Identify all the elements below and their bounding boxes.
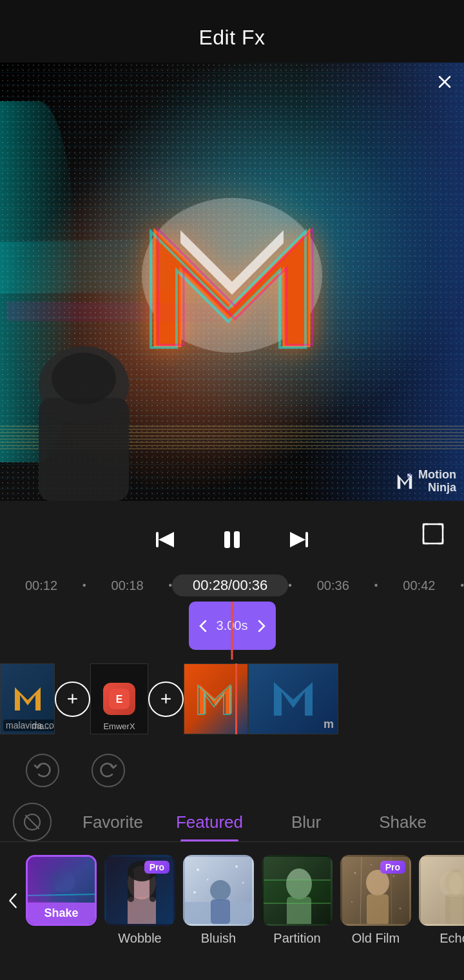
svg-point-41 [210, 880, 231, 901]
svg-point-61 [400, 908, 401, 910]
fx-thumb-shake[interactable]: Shake [26, 855, 97, 926]
chevron-right-icon [254, 618, 269, 634]
fx-thumb-oldfilm[interactable]: Pro [340, 855, 411, 926]
clip-thumb-1[interactable]: malavida.com ma... [0, 663, 55, 734]
play-pause-button[interactable] [218, 525, 246, 554]
svg-point-55 [366, 870, 389, 896]
clip-row: malavida.com ma... + E EmwerX + [0, 663, 464, 734]
svg-rect-15 [224, 531, 230, 548]
fx-tab-favorite-label: Favorite [82, 812, 143, 832]
fx-tab-shake-label: Shake [379, 812, 427, 832]
none-icon [23, 813, 41, 831]
svg-point-60 [351, 901, 353, 903]
fx-thumb-bluish[interactable] [183, 855, 254, 926]
svg-line-27 [26, 816, 39, 828]
svg-point-57 [354, 872, 356, 874]
oldfilm-label: Old Film [352, 931, 400, 946]
gallery-left-arrow[interactable] [0, 891, 26, 910]
svg-rect-70 [440, 896, 462, 926]
fx-thumb-echo[interactable] [419, 855, 464, 926]
skip-back-button[interactable] [151, 525, 179, 554]
svg-rect-42 [211, 899, 230, 924]
svg-text:E: E [116, 694, 123, 705]
add-clip-button-1[interactable]: + [55, 681, 90, 717]
fx-item-echo[interactable]: Echo [419, 855, 464, 946]
header: Edit Fx [0, 0, 464, 63]
fullscreen-icon [421, 522, 445, 545]
clip-thumb-3[interactable] [184, 663, 248, 734]
fx-item-shake[interactable]: Shake [26, 855, 97, 946]
add-clip-button-2[interactable]: + [148, 681, 184, 717]
clip1-initials: ma... [32, 721, 52, 731]
bluish-label: Bluish [201, 931, 236, 946]
undo-redo-row [0, 734, 464, 803]
gallery-prev-icon [4, 891, 22, 910]
svg-point-46 [242, 882, 244, 884]
effect-strip-container: 3.00s [0, 602, 464, 660]
video-canvas: Motion Ninja [0, 63, 464, 501]
clip1-logo-icon [12, 685, 44, 713]
shake-selected-label: Shake [28, 903, 95, 924]
svg-marker-14 [159, 532, 174, 547]
clip-playhead [235, 663, 237, 734]
fx-tab-blur[interactable]: Blur [258, 803, 354, 841]
close-icon [437, 74, 452, 90]
undo-icon [34, 761, 52, 779]
svg-point-58 [371, 864, 372, 865]
svg-rect-38 [150, 870, 156, 902]
svg-marker-20 [15, 687, 41, 710]
fx-tab-featured[interactable]: Featured [161, 803, 258, 841]
fx-item-oldfilm[interactable]: Pro Old Film [340, 855, 411, 946]
fx-tab-shake[interactable]: Shake [354, 803, 451, 841]
svg-point-44 [235, 865, 238, 868]
fx-item-bluish[interactable]: Bluish [183, 855, 254, 946]
close-button[interactable] [434, 72, 455, 92]
effect-strip-right-arrow[interactable] [251, 616, 272, 636]
svg-point-47 [193, 891, 196, 894]
svg-rect-56 [367, 894, 389, 925]
pause-icon [220, 528, 244, 551]
clip-thumb-4[interactable]: m [248, 663, 338, 734]
fullscreen-button[interactable] [421, 522, 445, 548]
svg-rect-17 [305, 532, 308, 547]
svg-rect-19 [423, 524, 443, 544]
svg-point-69 [440, 871, 463, 897]
skip-forward-icon [287, 528, 311, 551]
fx-item-wobble[interactable]: Pro Wobble [104, 855, 175, 946]
wobble-pro-badge: Pro [144, 861, 169, 874]
svg-point-45 [207, 879, 209, 881]
add-icon-2: + [160, 689, 172, 709]
svg-marker-25 [274, 682, 313, 716]
fx-tabs: Favorite Featured Blur Shake [0, 803, 464, 842]
watermark-brand-line1: Motion [418, 469, 456, 482]
svg-rect-6 [39, 398, 129, 501]
partition-label: Partition [273, 931, 320, 946]
fx-thumb-wobble[interactable]: Pro [104, 855, 175, 926]
redo-button[interactable] [92, 754, 125, 787]
undo-button[interactable] [26, 754, 59, 787]
svg-point-59 [393, 876, 395, 877]
oldfilm-pro-badge: Pro [380, 861, 405, 874]
fx-tab-none[interactable] [13, 803, 52, 841]
redo-icon [99, 761, 117, 779]
motionninja-logo-icon [395, 472, 414, 491]
fx-item-partition[interactable]: Partition [262, 855, 333, 946]
current-time-display: 00:28/00:36 [172, 574, 288, 596]
glitch-bar-magenta [6, 302, 464, 325]
clip4-label: m [324, 718, 334, 731]
fx-thumb-partition[interactable] [262, 855, 333, 926]
clip4-logo-icon [271, 679, 316, 719]
time-marker-2: 00:18 [86, 578, 169, 593]
skip-back-icon [153, 528, 177, 551]
skip-forward-button[interactable] [285, 525, 313, 554]
effect-strip-left-arrow[interactable] [193, 616, 213, 636]
clip2-app-icon: E [103, 683, 135, 715]
fx-tab-favorite[interactable]: Favorite [64, 803, 161, 841]
time-marker-1: 00:12 [0, 578, 82, 593]
svg-rect-53 [264, 880, 333, 903]
cancel-circle-icon [23, 813, 41, 831]
clip-thumb-2[interactable]: E EmwerX [90, 663, 148, 734]
glitch-bar-cyan [0, 234, 464, 294]
time-marker-4: 00:42 [378, 578, 460, 593]
echo-thumb-art [421, 857, 464, 926]
